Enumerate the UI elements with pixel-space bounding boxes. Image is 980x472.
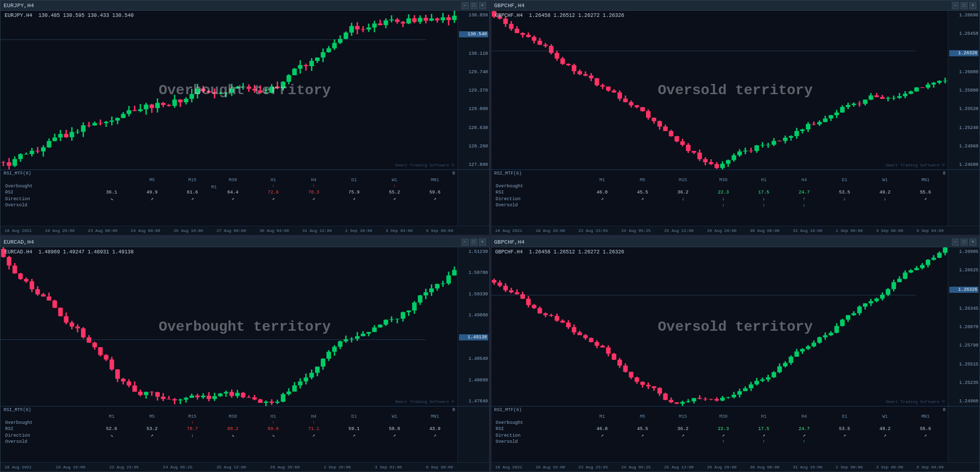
svg-rect-241 [720, 164, 724, 168]
svg-rect-613 [868, 301, 873, 303]
rsi-title-bl: RSI_MTF(6) [4, 407, 31, 413]
candle-area-bl [1, 247, 457, 406]
maximize-btn-bl[interactable]: □ [470, 239, 477, 246]
svg-rect-21 [58, 134, 63, 138]
chart-top-left: EURJPY,H4 − □ × EURJPY.H4 130.485 130.59… [0, 0, 490, 235]
svg-rect-607 [851, 313, 856, 315]
close-btn-tl[interactable]: × [479, 2, 486, 9]
svg-rect-471 [429, 288, 434, 292]
svg-rect-123 [349, 26, 354, 33]
svg-rect-557 [708, 399, 713, 399]
minimize-btn-br[interactable]: − [952, 239, 959, 246]
svg-rect-139 [395, 19, 400, 22]
svg-rect-635 [931, 258, 936, 260]
svg-rect-303 [897, 96, 902, 98]
svg-rect-77 [218, 93, 223, 93]
svg-rect-201 [606, 87, 610, 91]
rsi-panel-br: RSI_MTF(6) 0 M1M5M15 M30H1H4 D1W1MN1 Ove… [491, 406, 980, 462]
svg-rect-283 [840, 107, 844, 113]
svg-rect-263 [783, 138, 787, 141]
price-br-1: 1.26625 [949, 268, 978, 273]
svg-rect-199 [600, 85, 604, 87]
svg-rect-347 [75, 327, 80, 328]
maximize-btn-tl[interactable]: □ [470, 2, 477, 9]
svg-rect-489 [514, 292, 519, 294]
svg-rect-553 [697, 398, 702, 399]
svg-rect-361 [115, 370, 120, 379]
svg-rect-341 [58, 308, 63, 316]
svg-rect-633 [926, 260, 930, 265]
svg-rect-29 [81, 125, 86, 132]
window-controls-top-left[interactable]: − □ × [462, 2, 486, 9]
svg-rect-333 [35, 289, 40, 294]
svg-rect-87 [246, 87, 251, 89]
watermark-tr: Smart Trading Software © [886, 163, 945, 167]
svg-rect-409 [252, 397, 257, 399]
svg-rect-231 [692, 151, 696, 153]
svg-rect-461 [401, 312, 405, 319]
svg-rect-151 [429, 18, 434, 20]
svg-rect-91 [258, 91, 263, 93]
price-tr-4: 1.25520 [949, 106, 978, 112]
rsi-table-tl: M1 M5 M15 M30 H1 H4 D1 W1 MN1 Overbought… [4, 177, 455, 208]
watermark-tl: Smart Trading Software © [395, 163, 454, 167]
svg-rect-153 [435, 18, 440, 20]
svg-rect-605 [846, 315, 850, 320]
svg-rect-273 [811, 124, 816, 124]
svg-rect-385 [184, 398, 189, 400]
svg-rect-615 [874, 298, 879, 301]
svg-rect-527 [623, 366, 628, 372]
close-btn-tr[interactable]: × [969, 2, 976, 9]
svg-rect-181 [549, 46, 553, 53]
close-btn-br[interactable]: × [969, 239, 976, 246]
svg-rect-565 [732, 395, 736, 397]
minimize-btn-tr[interactable]: − [952, 2, 959, 9]
svg-rect-355 [98, 347, 103, 355]
close-btn-bl[interactable]: × [479, 239, 486, 246]
ohlc-top-left: EURJPY.H4 130.485 130.595 130.433 130.54… [5, 13, 134, 18]
svg-rect-41 [115, 118, 120, 120]
svg-rect-113 [321, 52, 325, 57]
svg-rect-297 [880, 97, 884, 99]
svg-rect-233 [697, 153, 702, 159]
price-bl-4: 1.48540 [459, 356, 488, 361]
maximize-btn-br[interactable]: □ [961, 239, 968, 246]
svg-rect-455 [384, 320, 388, 325]
rsi-zero-tr: 0 [943, 171, 946, 176]
svg-rect-55 [155, 103, 160, 108]
price-bl-2: 1.50330 [459, 292, 488, 297]
svg-rect-141 [401, 22, 405, 24]
svg-rect-63 [178, 99, 183, 102]
svg-rect-319 [943, 81, 947, 81]
price-tr-3: 1.25800 [949, 88, 978, 93]
maximize-btn-tr[interactable]: □ [961, 2, 968, 9]
svg-rect-93 [264, 93, 268, 93]
hline-tl-1 [1, 39, 426, 40]
hline-tr-1 [491, 51, 916, 51]
window-controls-bl[interactable]: − □ × [462, 239, 486, 246]
rsi-table-bl: M1M5M15 M30H1H4 D1W1MN1 Overbought ↑ ↑ ↑… [4, 414, 455, 445]
svg-rect-249 [743, 151, 747, 152]
svg-rect-289 [857, 104, 862, 104]
svg-rect-625 [903, 272, 907, 278]
svg-rect-291 [863, 100, 867, 104]
svg-rect-397 [218, 394, 223, 396]
svg-rect-317 [937, 81, 942, 83]
window-controls-br[interactable]: − □ × [952, 239, 976, 246]
svg-rect-187 [566, 64, 570, 65]
svg-rect-211 [634, 105, 639, 108]
rsi-zero-br: 0 [943, 407, 946, 413]
minimize-btn-tl[interactable]: − [462, 2, 469, 9]
svg-rect-227 [680, 141, 684, 145]
svg-rect-337 [47, 296, 51, 301]
svg-rect-377 [161, 397, 165, 399]
window-controls-tr[interactable]: − □ × [952, 2, 976, 9]
svg-rect-391 [201, 396, 205, 397]
svg-rect-243 [726, 160, 731, 164]
minimize-btn-bl[interactable]: − [462, 239, 469, 246]
time-axis-tr: 18 Aug 2021 19 Aug 16:00 22 Aug 23:05 24… [491, 226, 980, 235]
svg-rect-301 [891, 98, 896, 98]
svg-rect-531 [634, 377, 639, 382]
svg-rect-157 [446, 17, 451, 20]
svg-rect-43 [121, 114, 126, 118]
